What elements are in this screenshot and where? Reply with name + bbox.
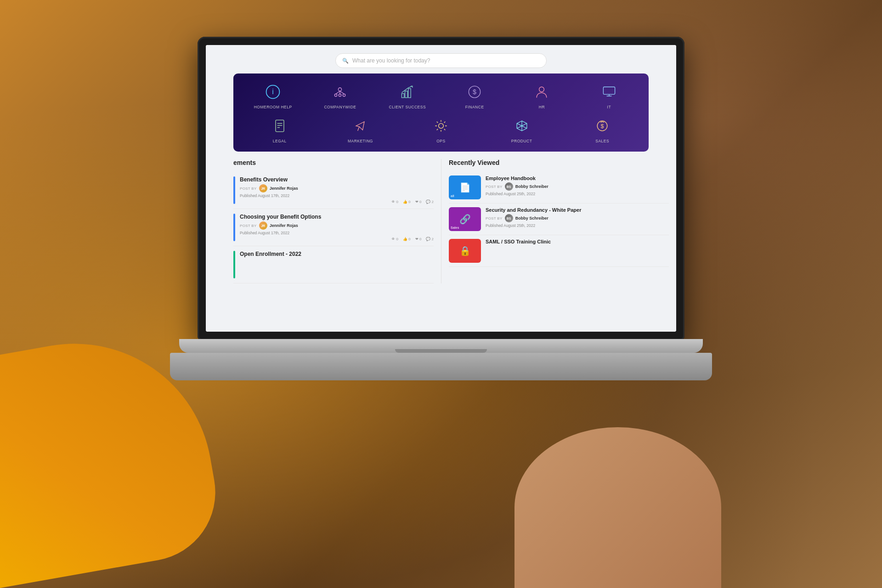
- category-icon-ops: [431, 116, 451, 136]
- svg-rect-11: [408, 89, 411, 98]
- viewed-content: SAML / SSO Training Clinic: [486, 239, 669, 246]
- recently-viewed-list: 📄 all Employee Handbook POST BY BS Bobby…: [449, 172, 669, 267]
- search-bar[interactable]: 🔍 What are you looking for today?: [335, 53, 547, 68]
- search-placeholder: What are you looking for today?: [352, 57, 430, 64]
- post-author: Jennifer Rojas: [270, 186, 298, 191]
- category-label-it: IT: [607, 105, 611, 109]
- screen-content[interactable]: 🔍 What are you looking for today? i HOME…: [206, 45, 676, 332]
- announcement-content: Benefits Overview POST BY JR Jennifer Ro…: [240, 176, 434, 204]
- post-stats: 👁 0 👍 0 ❤ 0 💬 2: [240, 200, 434, 204]
- svg-point-22: [439, 124, 444, 129]
- search-icon: 🔍: [342, 58, 349, 64]
- category-icon-product: [512, 116, 532, 136]
- svg-rect-15: [603, 87, 615, 94]
- bottom-section: ements Benefits Overview POST BY JR Jenn…: [206, 159, 676, 283]
- announcement-title: Open Enrollment - 2022: [240, 251, 434, 257]
- svg-text:$: $: [601, 123, 604, 130]
- category-client-success[interactable]: CLIENT SUCCESS: [377, 82, 438, 109]
- category-ops[interactable]: OPS: [431, 116, 451, 143]
- post-by-label: POST BY: [486, 216, 503, 220]
- post-author: Jennifer Rojas: [270, 223, 298, 228]
- announcement-choosing-benefit[interactable]: Choosing your Benefit Options POST BY JR…: [233, 209, 434, 246]
- viewed-thumbnail: 🔒: [449, 239, 481, 263]
- announcements-title: ements: [233, 159, 434, 166]
- category-homeroom-help[interactable]: i HOMEROOM HELP: [243, 82, 303, 109]
- svg-point-4: [343, 94, 345, 96]
- category-icon-companywide: [330, 82, 350, 102]
- category-marketing[interactable]: MARKETING: [348, 116, 373, 143]
- category-icon-legal: [270, 116, 290, 136]
- category-label-marketing: MARKETING: [348, 139, 373, 143]
- post-stats: 👁 0 👍 0 ❤ 0 💬 2: [240, 237, 434, 241]
- viewed-item-security-redundancy[interactable]: 🔗 Sales Security and Redundancy - White …: [449, 204, 669, 235]
- announcements-list: Benefits Overview POST BY JR Jennifer Ro…: [233, 172, 434, 283]
- category-icon-client-success: [397, 82, 418, 102]
- recently-viewed-title: Recently Viewed: [449, 159, 669, 166]
- announcement-benefits-overview[interactable]: Benefits Overview POST BY JR Jennifer Ro…: [233, 172, 434, 209]
- author-avatar: JR: [259, 221, 267, 230]
- announcement-content: Choosing your Benefit Options POST BY JR…: [240, 214, 434, 241]
- svg-rect-9: [401, 94, 404, 98]
- post-by-label: POST BY: [486, 185, 503, 189]
- announcement-title: Benefits Overview: [240, 176, 434, 183]
- viewed-title: Employee Handbook: [486, 175, 669, 181]
- viewed-content: Employee Handbook POST BY BS Bobby Schre…: [486, 175, 669, 196]
- color-bar: [233, 214, 235, 241]
- views-stat: 👁 0: [391, 200, 398, 204]
- category-label-client-success: CLIENT SUCCESS: [389, 105, 426, 109]
- post-by-label: POST BY: [240, 187, 257, 191]
- announcements-section: ements Benefits Overview POST BY JR Jenn…: [206, 159, 441, 283]
- category-legal[interactable]: LEGAL: [270, 116, 290, 143]
- category-it[interactable]: IT: [579, 82, 639, 109]
- views-stat: 👁 0: [391, 237, 398, 241]
- category-label-product: PRODUCT: [511, 139, 532, 143]
- post-meta: POST BY JR Jennifer Rojas: [240, 184, 434, 192]
- post-author: Bobby Schreiber: [515, 184, 548, 189]
- post-date: Published August 25th, 2022: [486, 223, 669, 228]
- author-avatar: BS: [505, 214, 513, 222]
- announcement-open-enrollment[interactable]: Open Enrollment - 2022: [233, 246, 434, 283]
- svg-text:i: i: [272, 87, 274, 96]
- svg-line-8: [340, 91, 344, 94]
- post-meta: POST BY JR Jennifer Rojas: [240, 221, 434, 230]
- post-author: Bobby Schreiber: [515, 216, 548, 220]
- category-hr[interactable]: HR: [511, 82, 572, 109]
- svg-point-5: [339, 94, 341, 96]
- category-icon-sales: $: [592, 116, 612, 136]
- viewed-item-saml-sso[interactable]: 🔒 SAML / SSO Training Clinic: [449, 235, 669, 267]
- svg-line-6: [336, 91, 340, 94]
- comments-stat: 💬 2: [426, 200, 434, 204]
- category-sales[interactable]: $ SALES: [592, 116, 612, 143]
- svg-point-14: [539, 87, 544, 92]
- laptop-screen: 🔍 What are you looking for today? i HOME…: [206, 45, 676, 332]
- comments-stat: 💬 2: [426, 237, 434, 241]
- category-icon-finance: $: [464, 82, 485, 102]
- laptop-bezel: 🔍 What are you looking for today? i HOME…: [198, 37, 684, 340]
- post-meta: POST BY BS Bobby Schreiber: [486, 182, 669, 191]
- category-label-ops: OPS: [436, 139, 445, 143]
- viewed-title: Security and Redundancy - White Paper: [486, 207, 669, 213]
- recently-viewed-section: Recently Viewed 📄 all Employee Handbook …: [441, 159, 676, 283]
- announcement-title: Choosing your Benefit Options: [240, 214, 434, 220]
- category-label-legal: LEGAL: [273, 139, 287, 143]
- likes-stat: 👍 0: [403, 237, 411, 241]
- category-companywide[interactable]: COMPANYWIDE: [310, 82, 370, 109]
- viewed-content: Security and Redundancy - White Paper PO…: [486, 207, 669, 228]
- category-finance[interactable]: $ FINANCE: [444, 82, 505, 109]
- author-avatar: JR: [259, 184, 267, 192]
- category-label-companywide: COMPANYWIDE: [324, 105, 356, 109]
- svg-point-3: [335, 94, 337, 96]
- category-product[interactable]: PRODUCT: [511, 116, 532, 143]
- svg-rect-10: [405, 91, 407, 97]
- viewed-item-employee-handbook[interactable]: 📄 all Employee Handbook POST BY BS Bobby…: [449, 172, 669, 204]
- laptop-base: [179, 339, 703, 353]
- post-meta: POST BY BS Bobby Schreiber: [486, 214, 669, 222]
- category-label-sales: SALES: [595, 139, 609, 143]
- announcement-content: Open Enrollment - 2022: [240, 251, 434, 259]
- svg-point-2: [339, 88, 342, 91]
- category-label-homeroom-help: HOMEROOM HELP: [254, 105, 292, 109]
- color-bar: [233, 176, 235, 204]
- color-bar: [233, 251, 235, 278]
- post-date: Published August 17th, 2022: [240, 231, 434, 235]
- category-icon-homeroom-help: i: [263, 82, 283, 102]
